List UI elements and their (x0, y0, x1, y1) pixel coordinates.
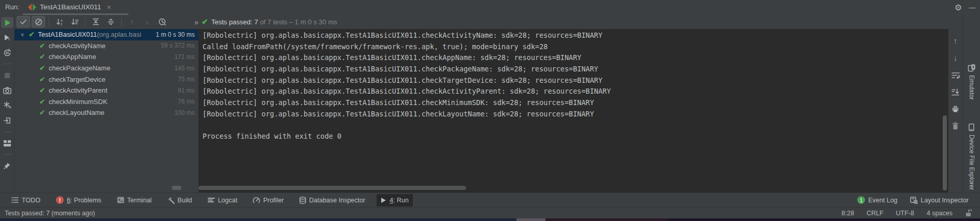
next-occurrence-icon[interactable]: ↓ (140, 16, 154, 27)
stop-button[interactable] (1, 70, 13, 81)
console-vertical-scrollbar-thumb[interactable] (943, 115, 947, 190)
tree-row-test[interactable]: ✔ checkLayoutName 100 ms (15, 107, 198, 119)
tree-row-test[interactable]: ✔ checkTargetDevice 75 ms (15, 73, 198, 85)
show-passed-toggle[interactable] (17, 16, 30, 27)
toggle-auto-test-icon[interactable] (1, 47, 13, 58)
run-panel-header: Run: TestA1BasicUIX011 × ⚙ — (0, 0, 980, 14)
divider (49, 18, 49, 26)
tool-window-bar: TODO ! 6: Problems Terminal Build Logcat… (0, 193, 980, 207)
run-tab-testa1basicuix011[interactable]: TestA1BasicUIX011 × (23, 0, 117, 14)
todo-label: TODO (22, 197, 40, 204)
test-duration: 59 s 372 ms (161, 42, 195, 49)
terminal-label: Terminal (127, 197, 152, 204)
divider (3, 131, 11, 132)
tests-passed-count: Tests passed: 7 (211, 18, 258, 26)
restore-layout-icon[interactable] (1, 138, 13, 149)
scroll-to-end-icon[interactable] (949, 86, 962, 97)
tree-scrollbar-thumb[interactable] (172, 186, 181, 190)
test-passed-icon: ✔ (39, 64, 45, 72)
event-log-button[interactable]: 1 Event Log (853, 194, 901, 207)
test-name: checkPackageName (49, 64, 110, 72)
device-file-explorer-label: Device File Explorer (968, 135, 975, 190)
scroll-up-icon[interactable]: ↑ (949, 35, 962, 46)
console-final-line: Process finished with exit code 0 (198, 131, 948, 142)
toolwindow-todo[interactable]: TODO (7, 194, 45, 207)
toolwindow-database-inspector[interactable]: Database Inspector (295, 194, 369, 207)
console-horizontal-scrollbar-thumb[interactable] (198, 186, 466, 190)
test-name: checkActivityName (49, 42, 106, 50)
test-passed-icon: ✔ (39, 109, 45, 116)
tree-row-test[interactable]: ✔ checkMinimumSDK 76 ms (15, 96, 198, 108)
tool-button-emulator[interactable]: Emulator (963, 64, 980, 100)
tree-row-test[interactable]: ✔ checkActivityName 59 s 372 ms (15, 40, 198, 52)
toolwindow-run[interactable]: 4: Run (377, 194, 413, 207)
toolwindow-logcat[interactable]: Logcat (204, 194, 242, 207)
run-tab-label: TestA1BasicUIX011 (40, 3, 101, 11)
root-test-duration: 1 m 0 s 30 ms (156, 31, 195, 38)
screenshot-camera-icon[interactable] (1, 85, 13, 96)
test-name: checkAppName (49, 53, 96, 61)
minimize-icon[interactable]: — (967, 2, 978, 12)
problems-label: : Problems (70, 197, 102, 204)
tree-row-test[interactable]: ✔ checkActivityParent 91 ms (15, 85, 198, 96)
rerun-failed-tests-button[interactable] (1, 32, 13, 43)
root-test-name: TestA1BasicUIX011 (38, 31, 97, 38)
chevron-down-icon[interactable]: ˅ (21, 32, 24, 38)
test-duration: 100 ms (175, 109, 195, 116)
soft-wrap-icon[interactable] (949, 69, 962, 80)
print-icon[interactable] (949, 104, 962, 114)
toolbar-overflow-icon[interactable]: » (194, 18, 198, 26)
test-passed-icon: ✔ (28, 31, 34, 38)
import-test-results-icon[interactable] (1, 115, 13, 126)
console-line: Called loadFromPath(/system/framework/fr… (198, 41, 948, 53)
collapse-all-icon[interactable] (104, 16, 118, 27)
scroll-down-icon[interactable]: ↓ (949, 52, 962, 63)
console-blank-line (198, 120, 948, 131)
toolwindow-profiler[interactable]: Profiler (249, 194, 288, 207)
sort-by-duration-icon[interactable] (68, 16, 81, 27)
divider (3, 154, 11, 155)
gear-icon[interactable]: ⚙ (953, 2, 964, 12)
divider (85, 18, 85, 26)
previous-occurrence-icon[interactable]: ↑ (125, 16, 139, 27)
indent-widget[interactable]: 4 spaces (927, 210, 953, 217)
toolwindow-build[interactable]: Build (163, 194, 196, 207)
test-name: checkLayoutName (49, 109, 105, 116)
show-ignored-toggle[interactable] (32, 16, 45, 27)
bottom-edge-segment (0, 218, 516, 221)
bottom-edge-segment (545, 218, 668, 221)
database-inspector-label: Database Inspector (309, 197, 365, 204)
test-history-clock-icon[interactable] (155, 16, 169, 27)
test-name: checkMinimumSDK (49, 98, 107, 106)
toolwindow-problems[interactable]: ! 6: Problems (52, 194, 106, 207)
tree-row-test[interactable]: ✔ checkPackageName 145 ms (15, 63, 198, 74)
divider (3, 64, 11, 64)
close-tab-icon[interactable]: × (107, 3, 111, 11)
caret-position-widget[interactable]: 8:28 (842, 210, 854, 217)
test-actions-star-icon[interactable] (1, 100, 13, 111)
expand-all-icon[interactable] (89, 16, 103, 27)
rerun-tests-button[interactable] (1, 17, 13, 28)
test-name: checkActivityParent (49, 86, 107, 94)
status-bar-right: 8:28 CRLF UTF-8 4 spaces (842, 210, 980, 217)
layout-inspector-button[interactable]: Layout Inspector (906, 194, 973, 207)
encoding-widget[interactable]: UTF-8 (896, 210, 914, 217)
tool-button-device-file-explorer[interactable]: Device File Explorer (963, 123, 980, 190)
tree-row-test[interactable]: ✔ checkAppName 171 ms (15, 51, 198, 63)
line-separator-widget[interactable]: CRLF (867, 210, 884, 217)
clear-console-trash-icon[interactable] (949, 121, 962, 131)
svg-text:z: z (61, 22, 62, 26)
svg-text:a: a (61, 19, 63, 22)
tree-row-root[interactable]: ˅ ✔ TestA1BasicUIX011 (org.aplas.basi 1 … (15, 29, 198, 40)
run-label: : Run (393, 197, 409, 204)
test-duration: 76 ms (178, 98, 195, 105)
unlock-icon[interactable] (965, 210, 972, 217)
pin-tab-icon[interactable] (1, 160, 13, 171)
toolwindow-terminal[interactable]: Terminal (113, 194, 156, 207)
test-passed-icon: ✔ (39, 98, 45, 106)
console-line: [Robolectric] org.aplas.basicappx.TestA1… (198, 52, 948, 64)
run-panel-title: Run: (5, 0, 19, 14)
tests-passed-detail: of 7 tests – 1 m 0 s 30 ms (260, 18, 337, 26)
logcat-label: Logcat (218, 197, 238, 204)
sort-alphabetically-icon[interactable]: az (53, 16, 66, 27)
